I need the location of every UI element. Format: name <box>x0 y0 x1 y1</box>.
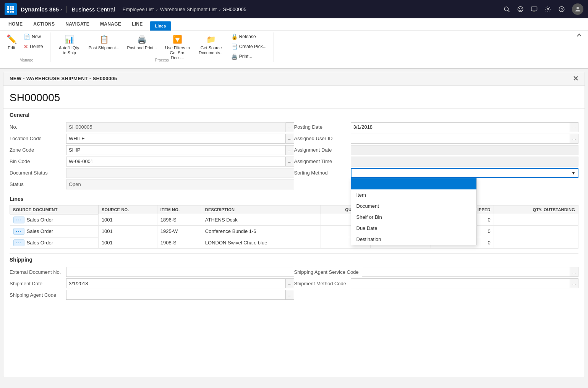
form-row-shipment-method-code: Shipment Method Code … <box>294 278 579 289</box>
form-row-posting-date: Posting Date … <box>294 122 579 133</box>
tab-actions[interactable]: ACTIONS <box>28 18 60 31</box>
zone-code-input-wrap: … <box>66 145 294 155</box>
posting-date-input[interactable] <box>351 122 570 132</box>
form-row-bin-code: Bin Code … <box>10 156 294 167</box>
lines-tab-highlight[interactable]: Lines <box>150 21 172 31</box>
shipment-date-input[interactable] <box>66 278 286 288</box>
sorting-method-label: Sorting Method <box>294 170 348 176</box>
external-doc-no-label: External Document No. <box>10 269 63 275</box>
sorting-option-blank[interactable] <box>351 178 476 189</box>
get-source-docs-button[interactable]: 📁 Get Source Documents... <box>195 32 227 57</box>
svg-rect-0 <box>7 6 9 8</box>
sorting-method-arrow-icon: ▼ <box>569 168 578 178</box>
posting-date-input-wrap: … <box>351 122 579 132</box>
zone-code-input[interactable] <box>66 145 286 155</box>
shipping-agent-service-lookup-btn[interactable]: … <box>570 267 578 277</box>
no-input[interactable] <box>66 122 286 132</box>
help-icon[interactable]: ? <box>558 6 565 13</box>
shipping-agent-service-input[interactable] <box>362 267 570 277</box>
location-code-lookup-btn[interactable]: … <box>286 134 294 144</box>
top-navbar: Dynamics 365 › Business Central Employee… <box>0 0 588 18</box>
waffle-icon[interactable] <box>5 3 17 15</box>
svg-rect-8 <box>12 11 14 13</box>
svg-point-12 <box>519 8 520 9</box>
shipping-section-title: Shipping <box>10 253 578 265</box>
zone-code-lookup-btn[interactable]: … <box>286 145 294 155</box>
assignment-date-input-wrap <box>351 145 579 155</box>
form-row-location-code: Location Code … <box>10 133 294 144</box>
release-button[interactable]: 🔓 Release <box>229 32 269 41</box>
tab-navigate[interactable]: NAVIGATE <box>60 18 95 31</box>
shipping-agent-code-lookup-btn[interactable]: … <box>286 290 294 300</box>
breadcrumb-warehouse-shipment-list[interactable]: Warehouse Shipment List <box>160 6 217 12</box>
location-code-input[interactable] <box>66 134 286 144</box>
svg-text:?: ? <box>561 7 563 11</box>
post-print-button[interactable]: 🖨️ Post and Print... <box>124 32 160 52</box>
row-actions-button-1[interactable]: ··· <box>13 217 24 223</box>
table-row[interactable]: ··· Sales Order 1001 1925-W Conference B… <box>10 226 578 237</box>
row-actions-button-3[interactable]: ··· <box>13 239 24 246</box>
shipment-date-lookup-btn[interactable]: … <box>286 278 294 288</box>
document-status-input-wrap <box>66 168 294 178</box>
delete-button[interactable]: ✕ Delete <box>21 42 45 51</box>
bin-code-lookup-btn[interactable]: … <box>286 157 294 167</box>
user-avatar[interactable] <box>572 3 583 15</box>
sorting-option-destination[interactable]: Destination <box>351 234 476 245</box>
shipment-method-code-lookup-btn[interactable]: … <box>570 278 578 288</box>
assignment-time-input[interactable] <box>351 157 579 167</box>
form-row-assigned-user-id: Assigned User ID … <box>294 133 579 144</box>
feedback-icon[interactable] <box>517 6 524 13</box>
tab-home[interactable]: HOME <box>3 18 28 31</box>
bin-code-input[interactable] <box>66 157 286 167</box>
sorting-method-dropdown[interactable]: ▼ <box>351 168 579 178</box>
svg-point-18 <box>577 7 579 9</box>
cell-qty-outstanding <box>494 214 578 226</box>
sorting-option-shelf-or-bin[interactable]: Shelf or Bin <box>351 212 476 223</box>
sorting-option-due-date[interactable]: Due Date <box>351 223 476 234</box>
sorting-option-item[interactable]: Item <box>351 189 476 200</box>
cell-source-no: 1001 <box>98 226 157 237</box>
tab-line[interactable]: LINE <box>126 18 148 31</box>
general-left-col: No. … Location Code … Zone Code … <box>10 122 294 190</box>
external-doc-no-input[interactable] <box>66 267 294 277</box>
sorting-method-input-wrap: ▼ Item Document Shelf or Bin Due Date De… <box>351 168 579 178</box>
row-actions-button-2[interactable]: ··· <box>13 228 24 235</box>
cell-description: Conference Bundle 1-6 <box>202 226 321 237</box>
chat-icon[interactable] <box>531 6 538 13</box>
lines-section-title: Lines <box>10 196 578 202</box>
col-header-source-document: SOURCE DOCUMENT <box>10 205 99 214</box>
posting-date-lookup-btn[interactable]: … <box>570 122 578 132</box>
breadcrumb-employee-list[interactable]: Employee List <box>123 6 154 12</box>
document-status-input[interactable] <box>66 168 294 178</box>
breadcrumb: Employee List › Warehouse Shipment List … <box>123 6 246 12</box>
assignment-date-label: Assignment Date <box>294 147 348 153</box>
sorting-method-input[interactable] <box>352 169 570 177</box>
cell-source-document: ··· Sales Order <box>10 237 98 249</box>
settings-icon[interactable] <box>544 6 551 13</box>
tab-manage[interactable]: MANAGE <box>95 18 126 31</box>
col-header-description: DESCRIPTION <box>202 205 321 214</box>
brand-arrow-icon: › <box>60 6 62 12</box>
assigned-user-id-input[interactable] <box>351 134 570 144</box>
sorting-option-document[interactable]: Document <box>351 200 476 212</box>
assigned-user-id-lookup-btn[interactable]: … <box>570 134 578 144</box>
assignment-date-input[interactable] <box>351 145 579 155</box>
post-shipment-button[interactable]: 📋 Post Shipment... <box>86 32 123 52</box>
shipping-agent-code-input[interactable] <box>66 290 286 300</box>
shipment-method-code-input[interactable] <box>351 278 570 288</box>
close-button[interactable]: ✕ <box>573 74 578 83</box>
status-input[interactable] <box>66 179 294 189</box>
cell-source-no: 1001 <box>98 237 157 249</box>
search-icon[interactable] <box>503 6 510 13</box>
svg-rect-3 <box>7 8 9 10</box>
table-row[interactable]: ··· Sales Order 1001 1908-S LONDON Swive… <box>10 237 578 249</box>
location-code-input-wrap: … <box>66 134 294 144</box>
ribbon-collapse-button[interactable] <box>573 32 585 38</box>
new-button[interactable]: 📄 New <box>21 32 45 41</box>
general-section-title: General <box>3 108 585 120</box>
table-row[interactable]: ··· Sales Order 1001 1896-S ATHENS Desk … <box>10 214 578 226</box>
edit-button[interactable]: ✏️ Edit <box>3 32 20 52</box>
create-pick-button[interactable]: 📑 Create Pick... <box>229 42 269 51</box>
autofill-button[interactable]: 📊 Autofill Qty. to Ship <box>55 32 84 57</box>
no-lookup-btn[interactable]: … <box>286 122 294 132</box>
